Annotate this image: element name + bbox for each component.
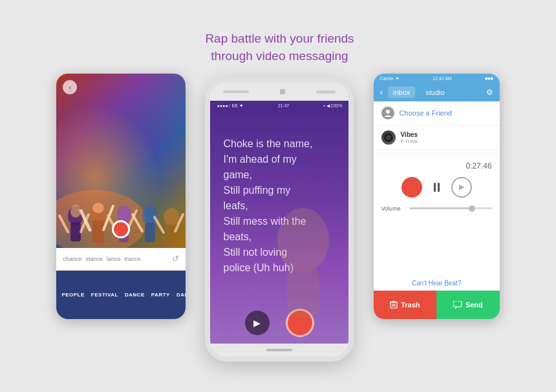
volume-label: Volume [381,205,404,212]
speaker [316,90,336,94]
trash-label: Trash [401,301,420,309]
svg-rect-14 [145,223,155,242]
center-phone: ●●●●○ EE ▼ 21:47 ▪ ◀ 100% Choke is the n… [205,77,354,362]
back-button[interactable]: ‹ [63,80,77,94]
svg-point-27 [387,136,389,138]
main-container: ‹ chance stance lance trance ↺ PEOPLE FE… [0,11,556,381]
right-carrier: Carrier ▼ [380,76,400,81]
carrier-info: ●●●●○ EE ▼ [217,103,243,108]
right-content: Choose a Friend Vibes P-Holla 0:27.46 [374,101,500,291]
svg-line-18 [155,217,164,232]
vinyl-icon [384,133,393,142]
battery-info: ▪ ◀ 100% [323,103,342,108]
choose-friend-text: Choose a Friend [400,109,452,117]
cant-hear-link[interactable]: Can't Hear Beat? [412,280,461,287]
timer-display: 0:27.46 [466,161,492,170]
svg-rect-17 [166,224,176,243]
right-status-bar: Carrier ▼ 12:42 AM ■■■ [374,74,500,83]
video-area: ●●●●○ EE ▼ 21:47 ▪ ◀ 100% Choke is the n… [210,101,348,344]
gear-icon[interactable]: ⚙ [486,88,493,97]
tag-dancin: DANCIN [176,292,186,298]
svg-point-16 [164,208,179,226]
left-phone: ‹ chance stance lance trance ↺ PEOPLE FE… [56,74,186,319]
right-time: 12:42 AM [433,76,452,81]
tag-chance: chance [63,256,81,262]
svg-rect-6 [92,220,104,243]
tag-people: PEOPLE [61,292,84,298]
vibes-subtitle: P-Holla [401,138,418,144]
svg-point-21 [92,203,104,213]
face-silhouette [264,201,342,318]
cant-hear-row: Can't Hear Beat? [374,276,500,291]
left-phone-header: ‹ [63,80,77,94]
trash-button[interactable]: Trash [374,291,437,319]
tag-dance: DANCE [125,292,145,298]
right-battery: ■■■ [485,76,493,81]
vibes-info: Vibes P-Holla [401,131,418,144]
tag-trance: trance [124,256,140,262]
photo-area: ‹ [56,74,186,248]
volume-row: Volume [374,201,500,216]
person-icon [384,109,392,117]
trash-icon [390,300,398,309]
volume-thumb [469,205,475,212]
svg-point-22 [277,208,329,273]
svg-rect-34 [453,301,462,307]
svg-point-24 [386,110,390,114]
controls-row: ▶ [374,173,500,201]
timer-area: 0:27.46 [374,156,500,173]
tags-area: chance stance lance trance ↺ [56,248,186,271]
send-label: Send [465,301,483,309]
tag-stance: stance [85,256,103,262]
svg-point-13 [142,206,158,225]
pause-button[interactable] [434,183,440,192]
chat-icon [453,301,462,309]
friend-icon [381,107,394,119]
right-phone: Carrier ▼ 12:42 AM ■■■ ‹ inbox studio ⚙ … [374,74,500,319]
volume-fill [409,207,471,209]
right-play-button[interactable]: ▶ [451,177,472,198]
action-bar: Trash Send [374,291,500,319]
svg-point-20 [70,205,81,218]
svg-rect-2 [70,222,81,242]
spacer [374,216,500,276]
choose-friend-row[interactable]: Choose a Friend [374,101,500,125]
back-icon: ‹ [69,83,72,91]
tag-words: chance stance lance trance [63,256,140,262]
tag-lance: lance [107,256,121,262]
svg-rect-23 [287,266,319,318]
vibes-icon [381,130,396,145]
record-button-small[interactable] [112,220,130,238]
bottom-tags: PEOPLE FESTIVAL DANCE PARTY DANCIN [56,271,186,319]
volume-slider[interactable] [409,207,492,209]
center-container: Rap battle with your friendsthrough vide… [205,30,354,362]
refresh-icon[interactable]: ↺ [172,254,179,263]
time-display: 21:47 [278,103,290,108]
vibes-row: Vibes P-Holla [374,125,500,150]
send-button[interactable]: Send [436,291,500,319]
vibes-title: Vibes [401,131,418,138]
front-camera [280,89,285,94]
right-nav: ‹ inbox studio ⚙ [374,83,500,101]
tag-party: PARTY [151,292,170,298]
center-tagline: Rap battle with your friendsthrough vide… [205,30,354,65]
right-record-button[interactable] [401,177,422,198]
status-bar: ●●●●○ EE ▼ 21:47 ▪ ◀ 100% [210,101,348,111]
nav-back-arrow[interactable]: ‹ [380,87,383,97]
tag-festival: FESTIVAL [91,292,118,298]
nav-studio[interactable]: studio [420,87,449,98]
nav-inbox[interactable]: inbox [388,87,415,98]
